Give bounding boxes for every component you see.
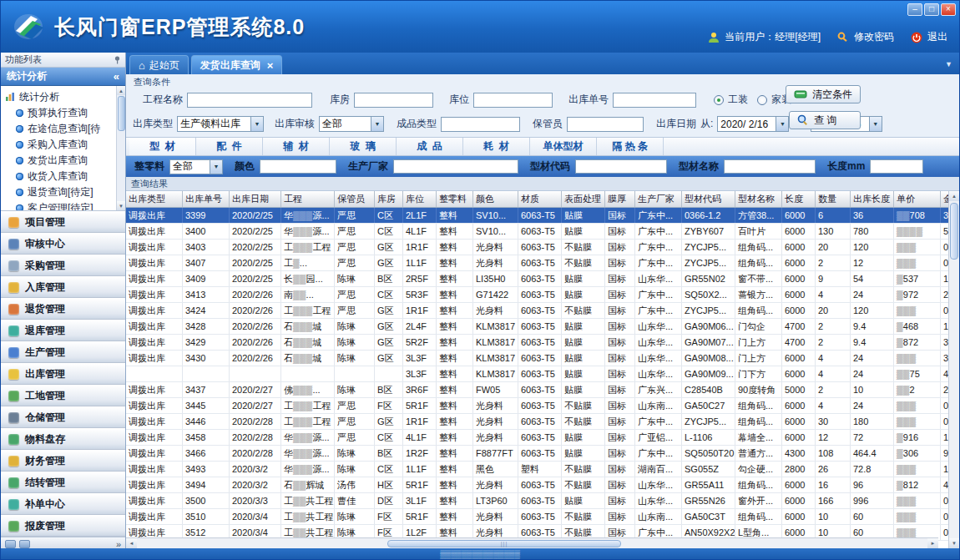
- material-tab-finished[interactable]: 成 品: [397, 138, 463, 155]
- table-row[interactable]: 调拨出库34302020/2/26石▒▒▒城陈琳G区3L3F整料KLM38176…: [126, 351, 948, 366]
- tree-item[interactable]: 采购入库查询: [5, 137, 115, 153]
- sidebar-item-warehouse-mgmt[interactable]: 仓储管理: [1, 406, 125, 428]
- table-row[interactable]: 调拨出库34582020/2/28华▒▒▒源...严思C区4L1F整料光身料60…: [126, 430, 948, 446]
- search-button[interactable]: 查 询: [789, 111, 861, 129]
- table-row[interactable]: 调拨出库34242020/2/26工▒▒▒工程严思G区1R1F整料光身料6063…: [126, 303, 948, 319]
- date-from-picker[interactable]: 2020/ 2/16 ▼: [717, 116, 789, 132]
- order-no-input[interactable]: [613, 93, 696, 108]
- column-header[interactable]: 颜色: [473, 191, 518, 207]
- vertical-scrollbar[interactable]: ▲ ▼: [948, 191, 959, 548]
- table-row[interactable]: 调拨出库34292020/2/26石▒▒▒城陈琳G区5R2F整料KLM38176…: [126, 335, 948, 351]
- column-header[interactable]: 整零料: [437, 191, 473, 207]
- hscroll-thumb[interactable]: |||: [387, 540, 621, 547]
- clear-conditions-button[interactable]: 清空条件: [786, 85, 861, 103]
- material-tab-accessory[interactable]: 配 件: [196, 138, 263, 155]
- tree-item[interactable]: 预算执行查询: [5, 105, 115, 121]
- column-header[interactable]: 单价: [894, 191, 941, 207]
- column-header[interactable]: 数量: [816, 191, 851, 207]
- horizontal-scrollbar[interactable]: ◄ ||| ►: [126, 537, 938, 548]
- table-row[interactable]: 调拨出库34282020/2/26石▒▒▒城陈琳G区2L4F整料KLM38176…: [126, 319, 948, 335]
- keeper-input[interactable]: [567, 117, 644, 132]
- table-row[interactable]: 调拨出库34932020/3/2华▒▒▒源...陈琳C区1L1F整料黑色塑料不贴…: [126, 462, 948, 477]
- material-tab-glass[interactable]: 玻 璃: [330, 138, 397, 155]
- scroll-up-icon[interactable]: ▲: [949, 191, 959, 201]
- project-name-input[interactable]: [187, 93, 312, 108]
- tab-shipping-outbound-query[interactable]: 发货出库查询×: [191, 55, 283, 74]
- column-header[interactable]: 出库单号: [183, 191, 230, 207]
- sidebar-item-supplement-center[interactable]: 补单中心: [1, 493, 125, 515]
- column-header[interactable]: 库房: [375, 191, 403, 207]
- panel-view-icon[interactable]: [5, 540, 16, 548]
- tree-item[interactable]: 在途信息查询[待: [5, 121, 115, 137]
- column-header[interactable]: 出库长度: [851, 191, 894, 207]
- table-row[interactable]: 调拨出库34132020/2/26南▒▒...严思C区5R3F整料G714226…: [126, 287, 948, 303]
- tab-home[interactable]: ⌂起始页: [129, 55, 189, 74]
- sidebar-item-audit-center[interactable]: 审核中心: [1, 233, 125, 255]
- column-header[interactable]: 长度: [782, 191, 816, 207]
- audit-select[interactable]: 全部 ▼: [319, 116, 384, 132]
- table-row[interactable]: 调拨出库34032020/2/25工▒▒▒工程严思G区1R1F整料光身料6063…: [126, 240, 948, 255]
- column-header[interactable]: 型材名称: [735, 191, 782, 207]
- material-tab-auxiliary[interactable]: 辅 材: [263, 138, 330, 155]
- column-header[interactable]: 库位: [403, 191, 437, 207]
- scroll-down-icon[interactable]: ▼: [117, 201, 126, 210]
- sidebar-item-project-mgmt[interactable]: 项目管理: [1, 211, 125, 233]
- tree-scrollbar[interactable]: ▲ ▼: [116, 86, 125, 210]
- color-input[interactable]: [260, 159, 336, 174]
- table-row[interactable]: 调拨出库33992020/2/25华▒▒▒源...严思C区2L1F整料SV10.…: [126, 208, 948, 224]
- sidebar-item-inventory-count[interactable]: 物料盘存: [1, 428, 125, 450]
- tree-item[interactable]: 发货出库查询: [5, 153, 115, 169]
- minimize-button[interactable]: –: [907, 3, 922, 16]
- sidebar-item-scrap-mgmt[interactable]: 报废管理: [1, 515, 125, 537]
- column-header[interactable]: 保管员: [335, 191, 375, 207]
- home-decoration-radio[interactable]: [757, 95, 767, 105]
- table-row[interactable]: 调拨出库34452020/2/27工▒▒▒工程严思F区5R1F整料光身料6063…: [126, 398, 948, 414]
- table-row[interactable]: 3L3F整料KLM38176063-T5贴膜国标山东华...GA90M09...…: [126, 366, 948, 382]
- sidebar-item-return-goods-mgmt[interactable]: 退货管理: [1, 298, 125, 320]
- sidebar-item-site-mgmt[interactable]: 工地管理: [1, 385, 125, 406]
- column-header[interactable]: 型材代码: [682, 191, 735, 207]
- table-row[interactable]: 调拨出库34072020/2/25工▒...严思G区1L1F整料光身料6063-…: [126, 255, 948, 271]
- close-button[interactable]: ×: [941, 3, 956, 16]
- more-icon[interactable]: »: [116, 539, 121, 549]
- table-row[interactable]: 调拨出库34662020/2/28华▒▒▒源...陈琳B区1R2F整料F8877…: [126, 446, 948, 462]
- material-tab-profile[interactable]: 型 材: [129, 138, 196, 155]
- profile-code-input[interactable]: [575, 159, 667, 174]
- column-header[interactable]: 金: [941, 191, 948, 207]
- sidebar-item-inbound-mgmt[interactable]: 入库管理: [1, 276, 125, 298]
- collapse-icon[interactable]: «: [114, 70, 119, 83]
- work-decoration-radio[interactable]: [714, 95, 724, 105]
- logout-link[interactable]: 退出: [927, 30, 947, 44]
- sidebar-item-purchase-mgmt[interactable]: 采购管理: [1, 255, 125, 276]
- scroll-right-icon[interactable]: ►: [927, 538, 938, 548]
- table-row[interactable]: 调拨出库34942020/3/2石▒▒辉城汤伟H区5R1F整料光身料6063-T…: [126, 477, 948, 493]
- column-header[interactable]: 膜厚: [605, 191, 635, 207]
- vscroll-thumb[interactable]: [950, 203, 958, 260]
- whole-part-select[interactable]: 全部 ▼: [169, 159, 223, 174]
- sidebar-item-outbound-mgmt[interactable]: 出库管理: [1, 363, 125, 385]
- sidebar-section-statistics[interactable]: 统计分析 «: [1, 68, 125, 86]
- material-tab-single-profile[interactable]: 单体型材: [530, 138, 597, 155]
- table-row[interactable]: 调拨出库35002020/3/3工▒▒共工程曹佳D区3L1F整料LT3P6060…: [126, 493, 948, 509]
- column-header[interactable]: 表面处理: [562, 191, 605, 207]
- column-header[interactable]: 出库日期: [230, 191, 281, 207]
- scroll-left-icon[interactable]: ◄: [126, 538, 137, 548]
- table-row[interactable]: 调拨出库34372020/2/27佛▒▒▒...陈琳B区3R6F整料FW0560…: [126, 382, 948, 398]
- length-input[interactable]: [870, 159, 923, 174]
- sidebar-item-finance-mgmt[interactable]: 财务管理: [1, 450, 125, 472]
- table-row[interactable]: 调拨出库34462020/2/28工▒▒▒工程严思G区1R1F整料光身料6063…: [126, 414, 948, 430]
- change-password-link[interactable]: 修改密码: [854, 30, 894, 44]
- tree-scroll-thumb[interactable]: [118, 96, 125, 131]
- tab-list-dropdown-icon[interactable]: ▼: [945, 60, 952, 68]
- tree-root-statistics[interactable]: 统计分析: [5, 88, 115, 105]
- sidebar-item-carryover-mgmt[interactable]: 结转管理: [1, 472, 125, 493]
- tree-item[interactable]: 退货查询[待定]: [5, 184, 115, 200]
- column-header[interactable]: 生产厂家: [635, 191, 682, 207]
- table-row[interactable]: 调拨出库35102020/3/4工▒▒共工程陈琳F区5R1F整料光身料6063-…: [126, 509, 948, 525]
- table-row[interactable]: 调拨出库34002020/2/25华▒▒▒源...严思C区4L1F整料SV10.…: [126, 224, 948, 240]
- out-type-select[interactable]: 生产领料出库 ▼: [177, 116, 264, 132]
- maximize-button[interactable]: □: [924, 3, 939, 16]
- tree-item[interactable]: 收货入库查询: [5, 169, 115, 184]
- sidebar-item-return-store-mgmt[interactable]: 退库管理: [1, 320, 125, 341]
- panel-list-icon[interactable]: [19, 540, 30, 548]
